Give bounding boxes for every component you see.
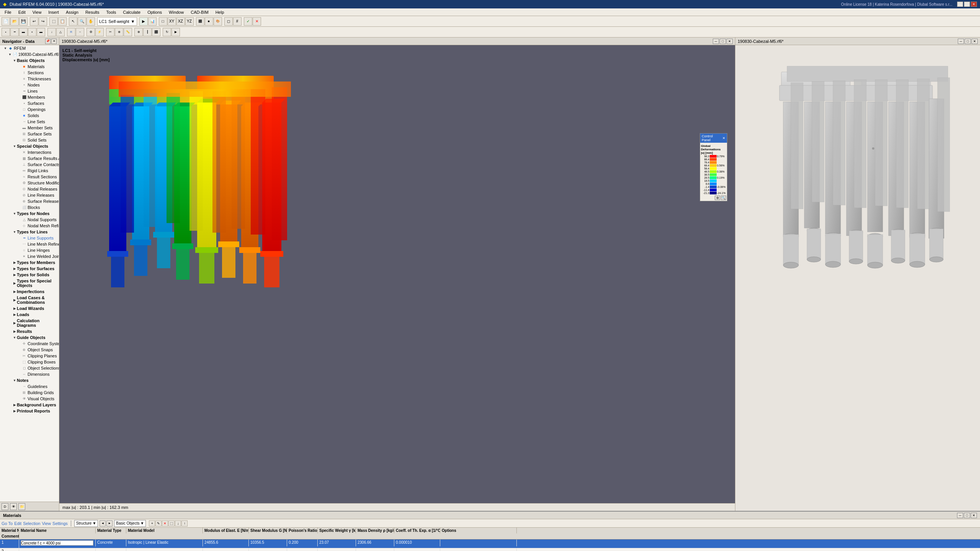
tree-notes[interactable]: ▼ Notes [0,377,59,383]
tree-intersections[interactable]: ✕ Intersections [0,149,59,155]
undo-button[interactable]: ↩ [30,17,38,26]
redo-button[interactable]: ↪ [39,17,47,26]
tree-coord-systems[interactable]: ✛ Coordinate Systems [0,341,59,347]
settings-link[interactable]: Settings [52,521,68,526]
tree-types-lines[interactable]: ▼ Types for Lines [0,229,59,235]
add-line-button[interactable]: ┃ [143,28,152,36]
tree-thicknesses[interactable]: ≡ Thicknesses [0,76,59,82]
table-add-button[interactable]: + [149,520,155,527]
zoom-button[interactable]: 🔍 [78,17,86,26]
nav-display-button[interactable]: 👁 [10,503,17,510]
tree-types-nodes[interactable]: ▼ Types for Nodes [0,210,59,217]
minimize-button[interactable]: ─ [957,2,963,7]
loadcase-dropdown[interactable]: LC1 Self-weight ▼ [97,17,137,26]
tree-load-wizards[interactable]: ▶ Load Wizards [0,305,59,311]
settings-button[interactable]: ⚙ [87,28,95,36]
viewport-minimize-button[interactable]: ─ [713,39,719,44]
menu-help[interactable]: Help [212,9,227,15]
materials-close-button[interactable]: ✕ [971,513,977,518]
materials-minimize-button[interactable]: ─ [957,513,963,518]
nav-next-button[interactable]: ► [106,520,113,527]
menu-assign[interactable]: Assign [63,9,82,15]
tree-rigid-links[interactable]: ⇔ Rigid Links [0,168,59,174]
viewport-gray-content[interactable] [735,45,980,511]
tree-types-members[interactable]: ▶ Types for Members [0,259,59,266]
navigator-close-button[interactable]: ✕ [51,39,57,44]
add-surface-button[interactable]: ⬛ [152,28,160,36]
selection-link[interactable]: Selection [23,521,40,526]
tree-building-grids[interactable]: ⊞ Building Grids [0,390,59,396]
goto-link[interactable]: Go To [2,521,13,526]
view-xz-button[interactable]: XZ [176,17,185,26]
material-name-input[interactable] [21,540,93,546]
tree-special-objects[interactable]: ▼ Special Objects [0,143,59,149]
viewport-colored-content[interactable]: LC1 - Self-weight Static Analysis Displa… [59,45,735,503]
tree-visual-objects[interactable]: 👁 Visual Objects [0,396,59,402]
tree-materials[interactable]: ■ Materials [0,64,59,70]
tree-nodes[interactable]: • Nodes [0,82,59,88]
cp-zoom-button[interactable]: 🔍 [721,196,726,200]
menu-view[interactable]: View [29,9,45,15]
tree-surface-contacts[interactable]: ⊥ Surface Contacts [0,161,59,168]
tree-calc-diagrams[interactable]: ▶ Calculation Diagrams [0,318,59,328]
table-row[interactable]: 1 Concrete Isotropic | Linear Elastic 24… [0,540,980,548]
results-button[interactable]: 📊 [148,17,157,26]
nav-data-button[interactable]: D [2,503,8,510]
nav-prev-button[interactable]: ◄ [100,520,106,527]
tree-file[interactable]: ▼ 📄 190830-Cabezal-M5.rf6* [0,51,59,57]
tree-blocks[interactable]: ⬜ Blocks [0,204,59,210]
tree-printout-reports[interactable]: ▶ Printout Reports [0,408,59,414]
show-loads-button[interactable]: ↓ [47,28,56,36]
cp-settings-button[interactable]: ⚙ [715,196,720,200]
tree-lines[interactable]: ━ Lines [0,88,59,94]
show-lines-button[interactable]: ━ [10,28,19,36]
tree-line-sets[interactable]: ╌ Line Sets [0,119,59,125]
table-edit-button[interactable]: ✎ [155,520,162,527]
tree-clipping-planes[interactable]: ✂ Clipping Planes [0,353,59,359]
menu-options[interactable]: Options [144,9,165,15]
menu-cadbim[interactable]: CAD-BIM [188,9,211,15]
viewport-gray-maximize[interactable]: □ [965,39,971,44]
maximize-button[interactable]: □ [964,2,970,7]
stop-button[interactable]: ✕ [253,17,261,26]
tree-load-cases[interactable]: ▶ Load Cases & Combinations [0,295,59,305]
viewport-gray-minimize[interactable]: ─ [958,39,964,44]
table-delete-button[interactable]: ✕ [162,520,168,527]
show-solids-button[interactable]: ▬ [37,28,45,36]
view-link[interactable]: View [42,521,51,526]
tree-nodal-releases[interactable]: ⊙ Nodal Releases [0,186,59,192]
tree-solid-sets[interactable]: ⊟ Solid Sets [0,137,59,143]
view3d-button[interactable]: □ [159,17,167,26]
table-copy-button[interactable]: ⬚ [168,520,175,527]
menu-edit[interactable]: Edit [15,9,29,15]
edit-link[interactable]: Edit [14,521,21,526]
tree-object-selections[interactable]: ◻ Object Selections [0,365,59,371]
tree-line-hinges[interactable]: ○ Line Hinges [0,247,59,253]
select-button[interactable]: ↖ [69,17,77,26]
member-numbers-button[interactable]: # [233,17,242,26]
measure-button[interactable]: 📏 [124,28,132,36]
tree-types-surfaces[interactable]: ▶ Types for Surfaces [0,266,59,272]
menu-file[interactable]: File [2,9,15,15]
open-button[interactable]: 📂 [10,17,19,26]
animate-button[interactable]: ▶ [172,28,180,36]
render-wire-button[interactable]: ⬛ [196,17,204,26]
menu-window[interactable]: Window [166,9,187,15]
table-row-2[interactable]: 2 [0,548,980,551]
show-surfaces-button[interactable]: ▪ [28,28,36,36]
viewport-gray-close[interactable]: ✕ [972,39,978,44]
refresh-button[interactable]: ↻ [163,28,171,36]
run-button[interactable]: ▶ [139,17,148,26]
tree-rfem-root[interactable]: ▼ ◆ RFEM [0,45,59,51]
control-panel-close[interactable]: ✕ [722,136,725,140]
tree-guidelines[interactable]: ┄ Guidelines [0,383,59,390]
tree-nodal-mesh-ref[interactable]: ⊹ Nodal Mesh Refinements [0,223,59,229]
nav-project-button[interactable]: 📁 [18,503,25,510]
filter-button[interactable]: ⚡ [95,28,104,36]
tree-object-snaps[interactable]: ⊕ Object Snaps [0,347,59,353]
tree-solids[interactable]: ■ Solids [0,112,59,119]
tree-results[interactable]: ▶ Results [0,328,59,334]
menu-insert[interactable]: Insert [45,9,62,15]
materials-maximize-button[interactable]: □ [964,513,970,518]
tree-guide-objects[interactable]: ▼ Guide Objects [0,334,59,341]
